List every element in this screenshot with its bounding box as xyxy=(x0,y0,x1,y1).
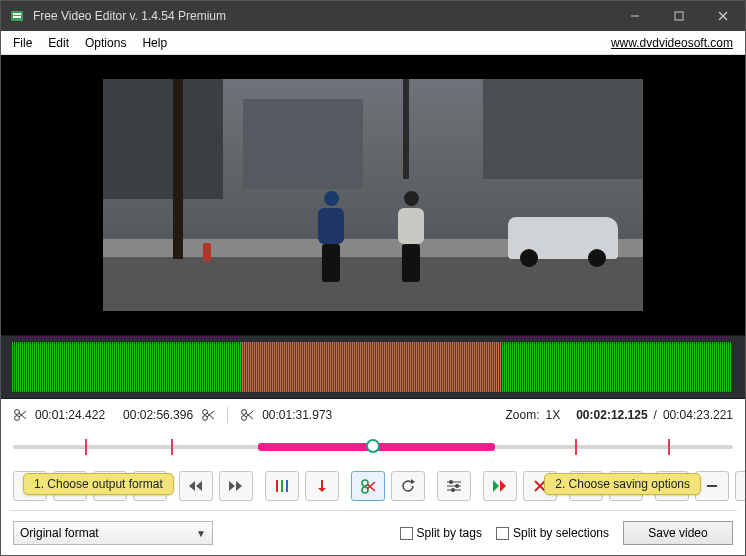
callout-saving-options: 2. Choose saving options xyxy=(544,473,701,495)
markers-button[interactable] xyxy=(265,471,299,501)
scissors-icon xyxy=(13,408,27,422)
callout-output-format: 1. Choose output format xyxy=(23,473,174,495)
svg-marker-26 xyxy=(196,481,202,491)
menu-options[interactable]: Options xyxy=(77,34,134,52)
video-frame[interactable] xyxy=(103,79,643,311)
settings-button[interactable] xyxy=(437,471,471,501)
current-time: 00:02:12.125 xyxy=(576,408,647,422)
zoom-reset-button[interactable]: 1X xyxy=(735,471,746,501)
close-button[interactable] xyxy=(701,1,745,31)
svg-point-42 xyxy=(455,484,459,488)
output-format-value: Original format xyxy=(20,526,99,540)
cut2-start-time: 00:01:31.973 xyxy=(262,408,332,422)
skip-back-button[interactable] xyxy=(179,471,213,501)
cut-button[interactable] xyxy=(351,471,385,501)
waveform-track[interactable] xyxy=(1,335,745,399)
scissors-icon xyxy=(240,408,254,422)
svg-point-15 xyxy=(242,410,247,415)
svg-marker-45 xyxy=(493,480,499,492)
rotate-button[interactable] xyxy=(391,471,425,501)
footer-row: Original format ▼ Split by tags Split by… xyxy=(1,521,745,545)
hydrant-decor xyxy=(203,243,211,261)
car-decor xyxy=(508,217,618,259)
svg-point-40 xyxy=(449,480,453,484)
apply-button[interactable] xyxy=(483,471,517,501)
total-duration: 00:04:23.221 xyxy=(663,408,733,422)
menu-file[interactable]: File xyxy=(5,34,40,52)
title-bar: Free Video Editor v. 1.4.54 Premium xyxy=(1,1,745,31)
split-by-selections-label: Split by selections xyxy=(513,526,609,540)
playhead[interactable] xyxy=(366,439,380,453)
cut1-end-time: 00:02:56.396 xyxy=(123,408,193,422)
runner-2 xyxy=(393,191,429,281)
minimize-button[interactable] xyxy=(613,1,657,31)
svg-marker-46 xyxy=(500,480,506,492)
time-readout-row: 00:01:24.422 00:02:56.396 00:01:31.973 Z… xyxy=(1,399,745,427)
save-video-button[interactable]: Save video xyxy=(623,521,733,545)
duration-separator: / xyxy=(654,408,657,422)
zoom-label: Zoom: xyxy=(505,408,539,422)
menu-bar: File Edit Options Help www.dvdvideosoft.… xyxy=(1,31,745,55)
menu-help[interactable]: Help xyxy=(134,34,175,52)
footer-separator xyxy=(9,510,737,511)
app-icon xyxy=(9,8,25,24)
output-format-combo[interactable]: Original format ▼ xyxy=(13,521,213,545)
split-by-selections-checkbox[interactable]: Split by selections xyxy=(496,526,609,540)
checkbox-box xyxy=(496,527,509,540)
svg-point-7 xyxy=(15,410,20,415)
maximize-button[interactable] xyxy=(657,1,701,31)
split-by-tags-checkbox[interactable]: Split by tags xyxy=(400,526,482,540)
video-preview-area xyxy=(1,55,745,335)
window-title: Free Video Editor v. 1.4.54 Premium xyxy=(33,9,613,23)
svg-point-16 xyxy=(242,416,247,421)
svg-marker-38 xyxy=(411,479,415,484)
skip-forward-button[interactable] xyxy=(219,471,253,501)
svg-marker-25 xyxy=(189,481,195,491)
svg-marker-33 xyxy=(318,488,326,492)
zoom-value: 1X xyxy=(546,408,561,422)
split-by-tags-label: Split by tags xyxy=(417,526,482,540)
scissors-icon xyxy=(201,408,215,422)
timeline-slider[interactable] xyxy=(1,427,745,463)
chevron-down-icon: ▼ xyxy=(196,528,206,539)
website-link[interactable]: www.dvdvideosoft.com xyxy=(611,36,741,50)
checkbox-box xyxy=(400,527,413,540)
svg-point-8 xyxy=(15,416,20,421)
svg-rect-4 xyxy=(675,12,683,20)
svg-point-11 xyxy=(203,410,208,415)
svg-rect-2 xyxy=(13,16,21,18)
menu-edit[interactable]: Edit xyxy=(40,34,77,52)
svg-rect-1 xyxy=(13,13,21,15)
runner-1 xyxy=(313,191,349,281)
cut1-start-time: 00:01:24.422 xyxy=(35,408,105,422)
add-marker-button[interactable] xyxy=(305,471,339,501)
svg-point-12 xyxy=(203,416,208,421)
svg-marker-28 xyxy=(236,481,242,491)
svg-point-44 xyxy=(451,488,455,492)
svg-marker-27 xyxy=(229,481,235,491)
